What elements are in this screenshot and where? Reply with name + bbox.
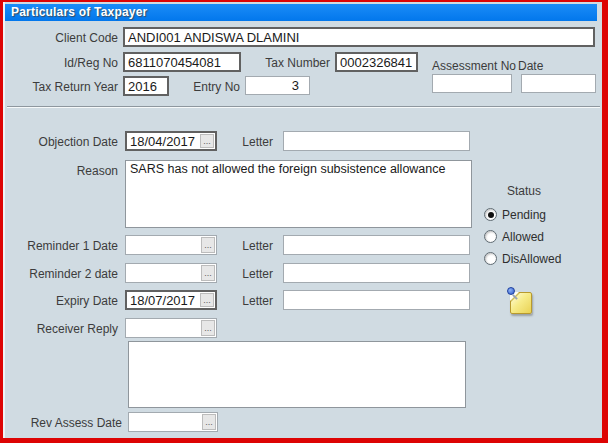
reminder2-date-label: Reminder 2 date [18, 267, 118, 281]
expiry-letter-label: Letter [230, 294, 273, 308]
assessment-date-input[interactable] [521, 74, 596, 93]
tax-return-year-label: Tax Return Year [18, 80, 118, 94]
client-code-input[interactable] [123, 27, 595, 47]
assessment-no-input[interactable] [432, 74, 512, 93]
radio-circle-icon [484, 208, 497, 221]
tax-number-input[interactable] [335, 52, 418, 72]
status-radio-pending[interactable]: Pending [484, 207, 546, 222]
id-reg-no-label: Id/Reg No [18, 56, 118, 70]
objection-letter-label: Letter [230, 135, 273, 149]
status-radio-disallowed[interactable]: DisAllowed [484, 251, 561, 266]
rev-assess-date-field[interactable]: ... [128, 412, 218, 432]
reminder1-letter-label: Letter [230, 239, 273, 253]
tax-number-label: Tax Number [250, 56, 330, 70]
receiver-notes-textarea[interactable] [128, 341, 466, 408]
objection-date-label: Objection Date [18, 135, 118, 149]
entry-no-input[interactable] [245, 76, 310, 95]
status-option-label: Pending [502, 208, 546, 222]
status-radio-allowed[interactable]: Allowed [484, 229, 544, 244]
window-title: Particulars of Taxpayer [11, 5, 147, 19]
note-pin-icon [507, 287, 515, 295]
section-divider [7, 106, 600, 108]
objection-date-browse-button[interactable]: ... [200, 134, 214, 148]
id-reg-no-input[interactable] [123, 52, 241, 72]
status-label: Status [507, 184, 541, 198]
assessment-no-label: Assessment No [432, 59, 516, 73]
reminder1-date-label: Reminder 1 Date [18, 239, 118, 253]
reminder2-date-field[interactable]: ... [125, 263, 217, 283]
expiry-date-value: 18/07/2017 [130, 293, 198, 309]
status-option-label: Allowed [502, 230, 544, 244]
tax-return-year-input[interactable] [123, 76, 169, 96]
expiry-date-browse-button[interactable]: ... [200, 293, 214, 307]
reminder2-date-browse-button[interactable]: ... [201, 265, 215, 281]
entry-no-label: Entry No [180, 80, 240, 94]
status-option-label: DisAllowed [502, 252, 561, 266]
client-code-label: Client Code [18, 31, 118, 45]
note-icon[interactable] [506, 287, 533, 316]
reminder2-letter-label: Letter [230, 267, 273, 281]
reminder2-letter-input[interactable] [283, 263, 470, 283]
objection-date-field[interactable]: 18/04/2017 ... [125, 131, 217, 151]
expiry-letter-input[interactable] [283, 290, 470, 310]
rev-assess-date-label: Rev Assess Date [18, 416, 122, 430]
assessment-date-label: Date [518, 59, 558, 73]
objection-date-value: 18/04/2017 [130, 134, 198, 150]
taxpayer-window: Particulars of Taxpayer Client Code Id/R… [0, 0, 608, 443]
receiver-reply-browse-button[interactable]: ... [201, 320, 215, 336]
reminder1-date-browse-button[interactable]: ... [201, 237, 215, 253]
title-bar[interactable]: Particulars of Taxpayer [5, 4, 597, 21]
reason-textarea[interactable]: SARS has not allowed the foreign subsist… [125, 160, 472, 228]
reminder1-date-field[interactable]: ... [125, 235, 217, 255]
reason-label: Reason [18, 164, 118, 178]
rev-assess-date-browse-button[interactable]: ... [202, 414, 216, 430]
receiver-reply-label: Receiver Reply [18, 322, 118, 336]
expiry-date-field[interactable]: 18/07/2017 ... [125, 290, 217, 310]
receiver-reply-field[interactable]: ... [125, 318, 217, 338]
expiry-date-label: Expiry Date [18, 294, 118, 308]
reminder1-letter-input[interactable] [283, 235, 470, 255]
radio-circle-icon [484, 230, 497, 243]
objection-letter-input[interactable] [283, 131, 470, 151]
radio-circle-icon [484, 252, 497, 265]
